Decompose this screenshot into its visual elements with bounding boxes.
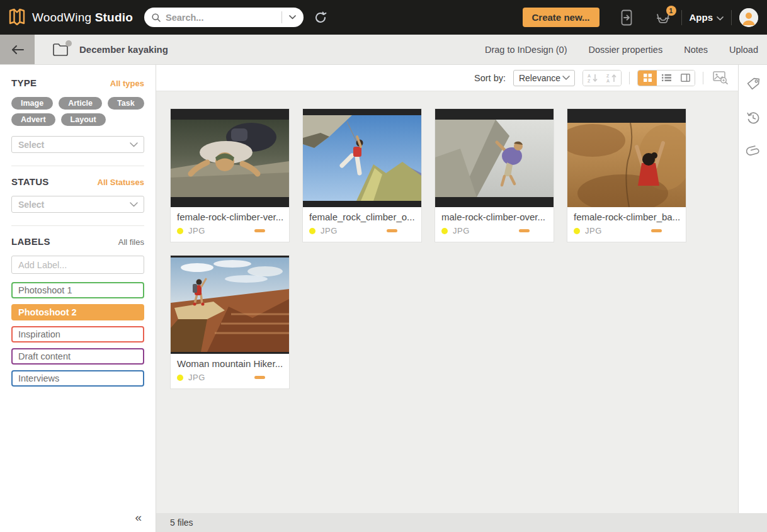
files-content: Sort by: Relevance A Z xyxy=(156,65,738,513)
file-meta: JPG xyxy=(171,223,289,242)
status-bar: 5 files xyxy=(156,513,767,532)
type-pill-advert[interactable]: Advert xyxy=(11,113,55,126)
dossier-properties-button[interactable]: Dossier properties xyxy=(588,45,662,55)
file-format: JPG xyxy=(188,373,205,382)
file-name: male-rock-climber-over... xyxy=(435,207,554,223)
file-card[interactable]: female_rock_climber_o... JPG xyxy=(302,108,422,242)
status-dot-icon xyxy=(177,375,183,381)
svg-text:A: A xyxy=(606,79,610,83)
sort-az-down-icon[interactable]: A Z xyxy=(583,71,602,86)
toolbar-divider xyxy=(629,72,630,84)
apps-menu[interactable]: Apps xyxy=(690,12,724,23)
sort-select-value: Relevance xyxy=(519,73,560,83)
label-indicator xyxy=(254,229,265,232)
topbar-divider xyxy=(681,10,682,25)
file-name: Woman mountain Hiker... xyxy=(171,354,289,370)
sidebar-divider xyxy=(11,166,144,166)
labels-heading: LABELS xyxy=(11,236,50,247)
thumbnail-image xyxy=(171,109,289,207)
label-chip[interactable]: Draft content xyxy=(11,348,144,365)
list-view-icon[interactable] xyxy=(657,71,676,86)
top-bar: WoodWing Studio Create new... xyxy=(0,0,767,35)
brand-text: WoodWing Studio xyxy=(32,11,133,25)
file-format: JPG xyxy=(188,226,205,235)
apps-chevron-icon xyxy=(717,12,724,23)
right-rail xyxy=(738,65,767,513)
status-select-placeholder: Select xyxy=(18,200,44,210)
file-card[interactable]: Woman mountain Hiker... JPG xyxy=(170,255,290,389)
search-dropdown-chevron-icon[interactable] xyxy=(282,8,304,27)
type-pill-article[interactable]: Article xyxy=(59,97,102,110)
file-format: JPG xyxy=(453,226,470,235)
folder-status-dot xyxy=(65,40,72,47)
app-window: WoodWing Studio Create new... xyxy=(0,0,767,532)
sort-za-up-icon[interactable]: Z A xyxy=(602,71,621,86)
file-card[interactable]: female-rock-climber_ba... JPG xyxy=(567,108,686,242)
tag-icon[interactable] xyxy=(744,75,762,93)
dossier-bar: December kayaking Drag to InDesign (0) D… xyxy=(0,35,767,65)
sort-select[interactable]: Relevance xyxy=(513,70,575,86)
upload-button[interactable]: Upload xyxy=(729,45,758,55)
select-chevron-icon xyxy=(562,76,570,81)
refresh-icon[interactable] xyxy=(311,8,330,27)
notes-button[interactable]: Notes xyxy=(684,45,708,55)
status-dot-icon xyxy=(177,228,183,234)
search-icon xyxy=(151,13,161,23)
sidebar-divider xyxy=(11,225,144,226)
label-indicator xyxy=(387,229,397,232)
status-dot-icon xyxy=(309,228,315,234)
file-meta: JPG xyxy=(567,223,686,242)
file-format: JPG xyxy=(321,226,338,235)
type-pill-layout[interactable]: Layout xyxy=(61,113,106,126)
thumbnail-image xyxy=(303,109,421,207)
file-count: 5 files xyxy=(170,518,193,528)
status-dot-icon xyxy=(441,228,448,234)
type-pills: Image Article Task Advert Layout xyxy=(11,97,144,126)
pane-view-icon[interactable] xyxy=(676,71,695,86)
file-meta: JPG xyxy=(303,223,421,242)
label-indicator xyxy=(254,376,265,379)
dossier-title: December kayaking xyxy=(79,44,168,55)
status-select[interactable]: Select xyxy=(11,196,144,213)
file-name: female_rock_climber_o... xyxy=(303,207,421,223)
sort-by-label: Sort by: xyxy=(474,73,506,83)
thumbnail-image xyxy=(567,109,686,207)
search-input[interactable] xyxy=(166,13,281,23)
label-chip[interactable]: Inspiration xyxy=(11,326,144,342)
file-card[interactable]: male-rock-climber-over... JPG xyxy=(435,108,554,242)
file-meta: JPG xyxy=(171,370,289,388)
back-button[interactable] xyxy=(0,35,35,64)
type-pill-image[interactable]: Image xyxy=(11,97,53,110)
type-select[interactable]: Select xyxy=(11,136,144,153)
grid-view-icon[interactable] xyxy=(638,71,657,86)
export-icon[interactable] xyxy=(616,7,637,28)
create-new-button[interactable]: Create new... xyxy=(523,8,599,27)
type-pill-task[interactable]: Task xyxy=(108,97,144,110)
all-files-link[interactable]: All files xyxy=(118,237,144,247)
type-select-placeholder: Select xyxy=(18,140,44,150)
status-dot-icon xyxy=(574,228,580,234)
all-statuses-link[interactable]: All Statuses xyxy=(98,178,144,187)
all-types-link[interactable]: All types xyxy=(110,79,144,88)
drag-to-indesign-button[interactable]: Drag to InDesign (0) xyxy=(485,45,567,55)
image-preview-icon[interactable] xyxy=(711,70,730,86)
woodwing-logo-icon xyxy=(8,8,26,28)
label-chip[interactable]: Photoshoot 1 xyxy=(11,282,144,298)
collapse-sidebar-icon[interactable]: « xyxy=(132,509,144,526)
files-area: female-rock-climber-ver... JPG xyxy=(156,91,738,513)
add-label-input[interactable] xyxy=(11,256,144,274)
avatar-icon[interactable] xyxy=(739,8,758,27)
history-icon[interactable] xyxy=(744,109,762,127)
file-name: female-rock-climber-ver... xyxy=(171,207,289,223)
brand-home-link[interactable]: WoodWing Studio xyxy=(8,8,133,28)
file-card[interactable]: female-rock-climber-ver... JPG xyxy=(170,108,290,242)
svg-text:A: A xyxy=(588,74,591,78)
label-chip[interactable]: Interviews xyxy=(11,370,144,387)
paperclip-icon[interactable] xyxy=(744,143,762,161)
dossier-actions: Drag to InDesign (0) Dossier properties … xyxy=(485,45,767,55)
inbox-icon[interactable]: 1 xyxy=(652,7,674,28)
files-toolbar: Sort by: Relevance A Z xyxy=(156,65,738,91)
thumbnail-image xyxy=(171,256,289,354)
label-chip[interactable]: Photoshoot 2 xyxy=(11,304,144,320)
thumbnail-image xyxy=(435,109,554,207)
